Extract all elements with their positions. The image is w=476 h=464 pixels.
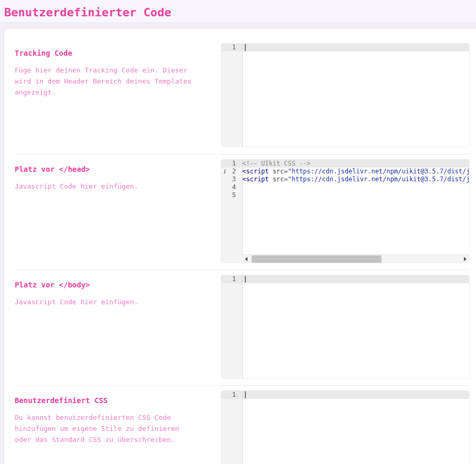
code-editor[interactable]: 1 [221,390,470,464]
editor-gutter [221,283,242,378]
line-number: 1 [221,275,242,283]
code-area[interactable] [243,275,469,378]
line-numbers: 1 [221,275,242,283]
line-numbers: 12345 [221,160,242,199]
section-row-platz-vor-head: Platz vor </head>Javascript Code hier ei… [15,154,470,270]
sections: Tracking CodeFüge hier deinen Tracking C… [4,43,476,464]
token-string: "https://cdn.jsdelivr.net/npm/uikit@3.5.… [288,176,469,183]
code-editor[interactable]: 12345i<!-- UIkit CSS --><script src="htt… [221,159,470,263]
section-text-column: Platz vor </body>Javascript Code hier ei… [15,275,200,307]
code-line: <!-- UIkit CSS --> [243,160,469,168]
scrollbar-thumb[interactable] [252,255,381,263]
token-attr: src= [273,176,288,183]
section-heading: Benutzerdefiniert CSS [15,396,200,405]
scroll-right-button[interactable] [461,255,469,263]
line-number: 1 [221,44,242,51]
token-tag: <script [243,176,269,183]
line-number: 3 [221,176,242,183]
code-editor[interactable]: 1 [221,43,470,147]
scrollbar-corner [221,254,242,263]
section-heading: Tracking Code [15,49,200,58]
scroll-left-arrow-icon [245,257,247,261]
page-header: Benutzerdefinierter Code [0,0,476,23]
line-number: 1 [221,391,242,399]
section-text-column: Tracking CodeFüge hier deinen Tracking C… [15,43,200,98]
line-number: 1 [221,160,242,168]
token-plain [269,176,273,183]
section-description: Javascript Code hier einfügen. [15,181,200,192]
editor-gutter [221,51,242,147]
section-description: Du kannst benutzerdefinierten CSS Code h… [15,412,200,445]
section-heading: Platz vor </head> [15,165,200,174]
token-comment: <!-- UIkit CSS --> [243,160,311,167]
custom-code-card: Tracking CodeFüge hier deinen Tracking C… [4,29,476,464]
lint-info-icon: i [223,168,229,176]
scroll-left-button[interactable] [242,255,251,263]
line-number: 4 [221,183,242,191]
text-cursor [245,391,246,398]
page-title: Benutzerdefinierter Code [4,6,171,19]
section-heading: Platz vor </body> [15,281,200,290]
section-row-tracking-code: Tracking CodeFüge hier deinen Tracking C… [15,43,470,154]
section-description: Javascript Code hier einfügen. [15,296,200,307]
section-description: Füge hier deinen Tracking Code ein. Dies… [15,65,200,98]
editor-gutter [221,399,242,464]
scroll-right-arrow-icon [464,257,467,261]
section-text-column: Benutzerdefiniert CSSDu kannst benutzerd… [15,390,200,445]
code-area[interactable] [243,391,469,464]
line-number: 5 [221,191,242,199]
line-numbers: 1 [221,391,242,399]
token-string: "https://cdn.jsdelivr.net/npm/uikit@3.5.… [288,168,469,175]
code-editor[interactable]: 1 [221,275,470,379]
code-area[interactable] [243,44,469,147]
code-lines: <!-- UIkit CSS --><script src="https://c… [243,160,469,183]
token-plain [269,168,273,175]
section-row-benutzerdefiniert-css: Benutzerdefiniert CSSDu kannst benutzerd… [15,385,470,464]
token-tag: <script [243,168,269,175]
code-line: <script src="https://cdn.jsdelivr.net/np… [243,176,469,183]
horizontal-scrollbar[interactable] [242,254,469,263]
token-attr: src= [273,168,288,175]
text-cursor [245,276,246,283]
line-numbers: 1 [221,44,242,51]
text-cursor [245,44,246,51]
code-area[interactable]: <!-- UIkit CSS --><script src="https://c… [243,160,469,254]
section-text-column: Platz vor </head>Javascript Code hier ei… [15,159,200,192]
section-row-platz-vor-body: Platz vor </body>Javascript Code hier ei… [15,270,470,385]
code-line: <script src="https://cdn.jsdelivr.net/np… [243,168,469,176]
